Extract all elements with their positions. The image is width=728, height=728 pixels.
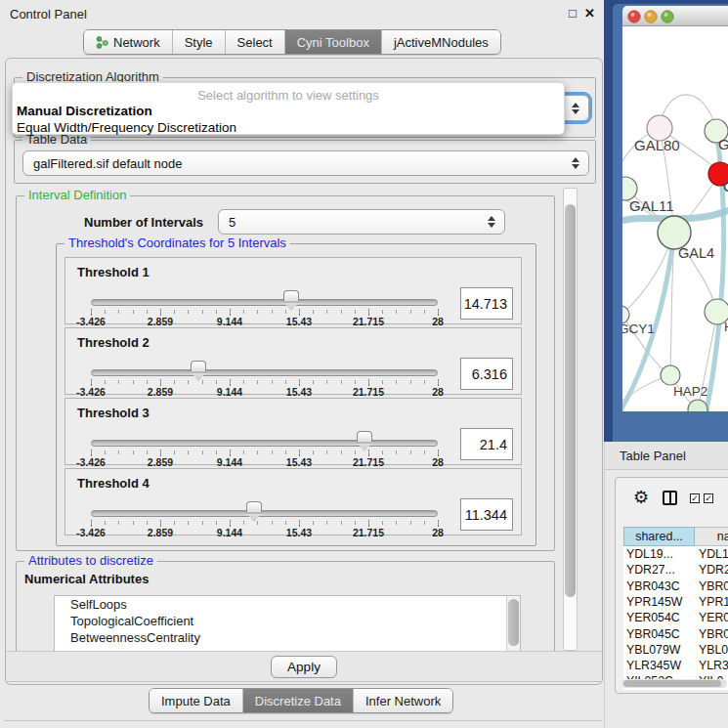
algorithm-popup-prompt: Select algorithm to view settings [13,83,564,103]
close-traffic-icon[interactable] [628,11,640,22]
threshold-1-value-field[interactable]: 14.713 [460,287,513,320]
slider-ticks [91,380,439,384]
table-panel-region: Table Panel ⚙ ✓ ✓ shared... name YDL19..… [604,442,728,728]
node-hap2[interactable] [661,365,680,385]
list-item[interactable]: BetweennessCentrality [55,629,520,646]
network-window-titlebar[interactable] [622,6,728,26]
network-icon [96,36,108,49]
column-header-shared-name[interactable]: shared... [623,527,695,546]
tab-cyni-toolbox[interactable]: Cyni Toolbox [284,30,381,54]
slider-ticks [91,310,439,314]
tab-network[interactable]: Network [84,30,172,54]
node-gal4[interactable] [658,216,691,249]
list-item[interactable]: SelfLoops [55,596,520,613]
checkbox-icon[interactable]: ✓ [690,493,700,503]
table-panel-title: Table Panel [620,449,686,463]
list-item[interactable]: TopologicalCoefficient [55,613,520,629]
popup-item-manual-discretization[interactable]: Manual Discretization [13,103,564,119]
close-icon[interactable]: ✕ [584,6,595,21]
cyni-bottom-tabbar: Impute Data Discretize Data Infer Networ… [149,688,453,713]
tab-jactivemnodules[interactable]: jActiveMNodules [381,30,500,54]
thresholds-group-title: Threshold's Coordinates for 5 Intervals [64,236,290,250]
popup-item-equal-width-frequency[interactable]: Equal Width/Frequency Discretization [13,119,564,136]
tab-select-label: Select [237,35,273,50]
cell: YDR2 [699,563,728,577]
table-row[interactable]: YDL19...YDL1 [623,546,728,562]
threshold-4-slider-track[interactable] [91,510,438,517]
tab-infer-network[interactable]: Infer Network [353,689,452,712]
control-panel-tabbar: Network Style Select Cyni Toolbox jActiv… [83,29,501,55]
control-panel-bottom-edge [4,720,602,721]
threshold-4-value-field[interactable]: 11.344 [460,498,513,531]
table-row[interactable]: YBR043CYBR0 [623,578,728,594]
threshold-2-slider-thumb[interactable] [191,361,206,371]
scale-label: 21.715 [353,456,384,468]
scale-label: 21.715 [353,386,384,398]
table-row[interactable]: YBL079WYBL0 [623,642,728,658]
table-data-combo[interactable]: galFiltered.sif default node [22,150,589,176]
table-row[interactable]: YPR145WYPR1 [623,594,728,610]
float-window-icon[interactable]: □ [569,6,577,21]
table-data-group: Table Data galFiltered.sif default node [14,140,596,184]
threshold-4-panel: Threshold 4 -3.426 2.859 9.144 15.43 21.… [64,468,522,535]
table-horizontal-scrollbar-thumb[interactable] [623,680,721,687]
zoom-traffic-icon[interactable] [662,11,673,22]
scale-label: 9.144 [217,527,242,538]
tab-style-label: Style [185,35,213,50]
apply-button[interactable]: Apply [271,656,337,678]
settings-scrollbar[interactable] [563,188,578,651]
column-layout-icon[interactable] [663,491,677,505]
threshold-4-slider-thumb[interactable] [246,501,262,512]
attributes-list-scrollbar[interactable] [506,596,520,655]
column-header-name[interactable]: name [695,527,728,546]
tab-impute-data[interactable]: Impute Data [150,689,242,712]
table-data-combo-value: galFiltered.sif default node [33,156,182,171]
threshold-3-slider-thumb[interactable] [357,431,372,442]
screen: Control Panel □ ✕ Network Style Select C… [0,0,728,728]
threshold-3-value-field[interactable]: 21.4 [460,428,513,460]
scale-label: 28 [432,527,444,538]
cell: YBL0 [699,643,728,657]
table-row[interactable]: YLR345WYLR3 [623,658,728,673]
scale-label: 2.859 [148,386,173,398]
scale-label: 28 [432,316,444,327]
cell: YLR345W [626,659,681,672]
node-label-gal11: GAL11 [629,197,674,214]
cell: YBR043C [626,579,680,593]
node-partial-bottom[interactable] [688,400,707,411]
number-of-intervals-value: 5 [229,215,236,230]
network-view-window[interactable]: GAL80 GA C GAL11 GAL4 H GCY1 HAP2 [613,4,728,442]
tab-style[interactable]: Style [172,30,225,54]
node-label-gal80: GAL80 [634,137,680,153]
attributes-list-scrollbar-thumb[interactable] [508,599,519,646]
algorithm-dropdown-popup: Select algorithm to view settings Manual… [12,82,565,135]
threshold-1-panel: Threshold 1 -3.426 2.859 9.144 15.43 21.… [64,257,522,324]
threshold-2-slider-track[interactable] [91,369,438,376]
threshold-3-slider-track[interactable] [91,440,438,447]
scale-label: 15.43 [286,527,312,538]
number-of-intervals-combo[interactable]: 5 [218,209,505,235]
threshold-2-value-field[interactable]: 6.316 [460,358,513,390]
table-horizontal-scrollbar[interactable] [621,679,727,688]
table-row[interactable]: YER054CYER0 [623,610,728,625]
cell: YER054C [626,611,680,624]
tab-discretize-data[interactable]: Discretize Data [242,689,353,712]
gear-icon[interactable]: ⚙ [633,487,649,508]
tab-select[interactable]: Select [225,30,284,54]
cell: YPR1 [699,595,728,609]
control-panel-title: Control Panel [10,7,87,21]
network-canvas[interactable]: GAL80 GA C GAL11 GAL4 H GCY1 HAP2 [622,26,728,411]
numerical-attributes-label: Numerical Attributes [24,572,149,586]
threshold-2-panel: Threshold 2 -3.426 2.859 9.144 15.43 21.… [64,327,522,395]
threshold-1-slider-thumb[interactable] [283,290,299,301]
table-row[interactable]: YDR27...YDR2 [623,562,728,578]
table-row[interactable]: YBR045CYBR0 [623,626,728,642]
settings-scrollbar-thumb[interactable] [565,204,576,597]
minimize-traffic-icon[interactable] [645,11,657,22]
threshold-3-panel: Threshold 3 -3.426 2.859 9.144 15.43 21.… [64,398,522,465]
checkbox-icon[interactable]: ✓ [704,493,713,503]
cell: YLR3 [699,659,728,672]
threshold-1-slider-track[interactable] [91,299,438,306]
node-label-gal4: GAL4 [678,245,714,261]
scale-label: -3.426 [76,386,106,398]
